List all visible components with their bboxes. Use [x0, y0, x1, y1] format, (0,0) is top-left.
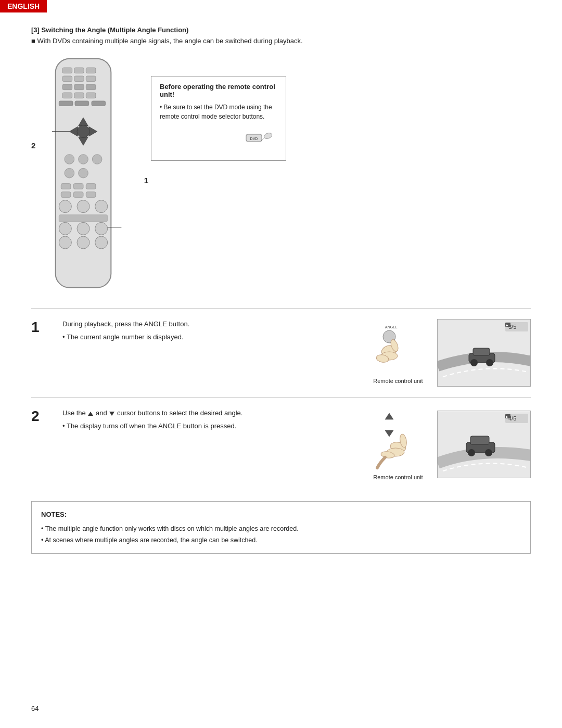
step2-hand-svg — [369, 408, 427, 470]
svg-point-33 — [59, 200, 71, 213]
svg-rect-32 — [86, 192, 96, 198]
step2-bullet-text: The display turns off when the ANGLE but… — [67, 422, 236, 430]
svg-point-39 — [95, 222, 108, 235]
step2-row: 2 Use the and cursor buttons to select t… — [31, 408, 531, 480]
step2-remote-label: Remote control unit — [369, 474, 427, 480]
step2-illustrations: Remote control unit — [369, 408, 531, 480]
svg-point-72 — [468, 449, 475, 456]
diagram-label-2: 2 — [31, 141, 35, 150]
svg-point-41 — [77, 236, 90, 249]
step2-hand-illustration: Remote control unit — [369, 408, 427, 480]
notes-item-1-text: The multiple angle function only works w… — [45, 525, 299, 532]
before-box-bullet: Be sure to set the DVD mode using the re… — [160, 104, 272, 120]
svg-rect-4 — [62, 76, 72, 82]
before-box-text: • Be sure to set the DVD mode using the … — [160, 103, 277, 121]
svg-rect-14 — [75, 101, 89, 106]
step2-suffix: cursor buttons to select the desired ang… — [117, 409, 242, 417]
svg-rect-31 — [73, 192, 83, 198]
remote-svg — [42, 55, 125, 291]
svg-point-38 — [77, 222, 90, 235]
svg-rect-10 — [62, 93, 72, 98]
svg-point-22 — [65, 155, 74, 164]
step2-main: Use the and cursor buttons to select the… — [62, 408, 359, 419]
svg-rect-8 — [74, 84, 84, 90]
before-box: Before operating the remote control unit… — [151, 76, 286, 161]
step1-hand-svg: ANGLE — [369, 322, 427, 374]
svg-rect-9 — [86, 84, 96, 90]
svg-rect-36 — [59, 215, 107, 222]
step1-illustrations: ANGLE Remote control unit — [369, 319, 531, 387]
svg-rect-27 — [61, 184, 71, 189]
svg-text:▶: ▶ — [506, 324, 508, 327]
svg-rect-28 — [73, 184, 83, 189]
cursor-up-icon — [88, 412, 93, 416]
notes-item-1: • The multiple angle function only works… — [41, 523, 521, 534]
svg-text:ANGLE: ANGLE — [385, 325, 398, 329]
svg-marker-63 — [385, 413, 393, 419]
svg-text:DVD: DVD — [250, 137, 258, 141]
notes-item-2: • At scenes where multiple angles are re… — [41, 535, 521, 546]
step1-hand-illustration: ANGLE Remote control unit — [369, 322, 427, 384]
svg-rect-15 — [92, 101, 106, 106]
svg-rect-2 — [74, 68, 84, 73]
step1-remote-label: Remote control unit — [369, 378, 427, 384]
step1-section: 1 During playback, press the ANGLE butto… — [31, 308, 531, 397]
svg-point-20 — [77, 125, 90, 138]
step2-text: Use the and cursor buttons to select the… — [62, 408, 359, 434]
svg-rect-29 — [86, 184, 96, 189]
svg-point-57 — [470, 359, 478, 366]
svg-rect-6 — [86, 76, 96, 82]
step1-screen-svg: 3/5 ▶ — [438, 320, 531, 387]
step1-bullet-text: The current angle number is displayed. — [67, 333, 184, 341]
svg-rect-1 — [62, 68, 72, 73]
step1-row: 1 During playback, press the ANGLE butto… — [31, 319, 531, 387]
svg-point-46 — [263, 132, 273, 140]
dvd-mode-image: DVD — [160, 126, 277, 154]
step1-number: 1 — [31, 319, 52, 335]
step2-number: 2 — [31, 408, 52, 424]
svg-rect-7 — [62, 84, 72, 90]
step2-bullet: • The display turns off when the ANGLE b… — [62, 421, 359, 432]
svg-point-35 — [95, 200, 108, 213]
remote-illustration: 2 — [31, 55, 135, 292]
diagram-label-1: 1 — [144, 176, 148, 185]
step1-screen: 3/5 ▶ — [437, 319, 531, 387]
svg-rect-11 — [74, 93, 84, 98]
svg-marker-64 — [385, 430, 393, 437]
section-intro: ■ With DVDs containing multiple angle si… — [31, 37, 531, 45]
notes-box: NOTES: • The multiple angle function onl… — [31, 501, 531, 554]
svg-point-40 — [59, 236, 71, 249]
svg-point-58 — [486, 359, 493, 366]
before-box-title: Before operating the remote control unit… — [160, 83, 277, 98]
step2-and: and — [96, 409, 107, 417]
svg-text:▶: ▶ — [506, 415, 508, 418]
svg-point-42 — [95, 236, 108, 249]
svg-rect-3 — [86, 68, 96, 73]
svg-rect-71 — [470, 436, 489, 444]
step1-bullet: • The current angle number is displayed. — [62, 332, 359, 343]
step1-main: During playback, press the ANGLE button. — [62, 319, 359, 330]
step2-section: 2 Use the and cursor buttons to select t… — [31, 397, 531, 491]
page-number: 64 — [31, 705, 39, 712]
svg-point-37 — [59, 222, 71, 235]
step2-prefix: Use the — [62, 409, 86, 417]
svg-rect-12 — [86, 93, 96, 98]
svg-rect-30 — [61, 192, 71, 198]
svg-rect-5 — [74, 76, 84, 82]
svg-rect-56 — [473, 348, 490, 355]
svg-rect-13 — [59, 101, 73, 106]
notes-item-2-text: At scenes where multiple angles are reco… — [45, 537, 258, 544]
svg-point-34 — [77, 200, 90, 213]
step2-screen: 4/5 ▶ — [437, 411, 531, 478]
svg-point-25 — [65, 168, 74, 178]
language-badge: ENGLISH — [0, 0, 47, 12]
section-intro-text: With DVDs containing multiple angle sign… — [37, 37, 302, 45]
section-title: [3] Switching the Angle (Multiple Angle … — [31, 26, 531, 34]
svg-point-26 — [79, 168, 88, 178]
step2-screen-svg: 4/5 ▶ — [438, 411, 531, 478]
svg-point-24 — [92, 155, 102, 164]
svg-point-73 — [485, 449, 492, 456]
notes-title: NOTES: — [41, 509, 521, 520]
step1-text: During playback, press the ANGLE button.… — [62, 319, 359, 345]
diagram-area: 2 — [31, 55, 531, 292]
